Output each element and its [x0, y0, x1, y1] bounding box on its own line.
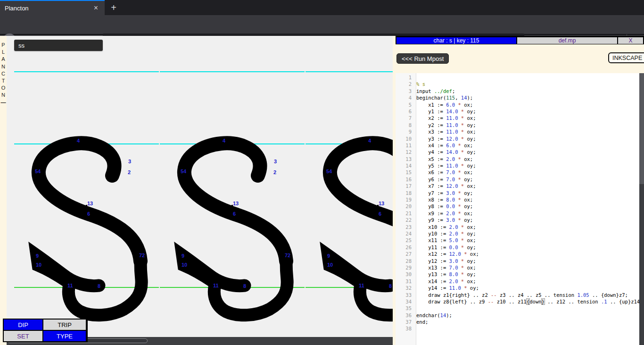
code-line: x1 := 6.0 * ox;: [416, 101, 639, 108]
line-number: 21: [396, 210, 412, 217]
code-line: x3 := 11.0 * ox;: [416, 128, 639, 135]
glyph-preview: [160, 36, 305, 337]
panel-tab-defmp[interactable]: def.mp: [517, 37, 617, 44]
tool-button-set[interactable]: SET: [4, 331, 42, 341]
panel-tab-close[interactable]: X: [618, 37, 643, 44]
new-tab-button[interactable]: +: [106, 0, 122, 15]
panel-tab-char[interactable]: char : s | key : 115: [396, 37, 516, 44]
code-line: x5 := 2.0 * ox;: [416, 156, 639, 162]
line-number: 18: [396, 190, 412, 196]
glyph-query-input[interactable]: ss: [14, 40, 103, 51]
line-number: 22: [396, 217, 412, 223]
tab-close-icon[interactable]: ×: [92, 3, 100, 13]
glyph-cell[interactable]: 4325413691011872: [305, 36, 393, 337]
code-line: endchar(14);: [416, 312, 639, 319]
point-label: 2: [128, 170, 131, 175]
plancton-logo: PLANCTON —: [0, 36, 7, 345]
plancton-letter: A: [0, 56, 7, 63]
point-label: 10: [327, 262, 333, 268]
code-line: y13 := 8.0 * oy;: [416, 271, 639, 278]
point-label: 8: [98, 284, 100, 289]
line-number: 36: [396, 312, 412, 319]
code-line: x14 := 2.0 * ox;: [416, 278, 639, 285]
code-line: x11 := 5.0 * ox;: [416, 237, 639, 244]
plancton-letter: P: [0, 42, 7, 49]
code-line: y1 := 14.0 * oy;: [416, 108, 639, 115]
point-dot: [86, 205, 87, 206]
vscroll-thumb[interactable]: [639, 73, 644, 184]
point-label: 54: [181, 169, 186, 174]
code-line: x2 := 11.0 * ox;: [416, 115, 639, 121]
panel-tab-bar: char : s | key : 115def.mpX: [396, 36, 644, 44]
code-line: y8 := 0.0 * oy;: [416, 203, 639, 210]
code-line: x10 := 2.0 * ox;: [416, 224, 639, 230]
point-label: 6: [379, 211, 381, 217]
glyph-cell[interactable]: 4325413691011872: [160, 36, 305, 337]
line-number: 25: [396, 237, 412, 244]
point-label: 4: [368, 138, 371, 143]
point-label: 11: [67, 283, 73, 288]
point-label: 3: [128, 159, 131, 164]
line-number: 16: [396, 176, 412, 183]
point-label: 11: [359, 283, 364, 288]
line-number: 7: [396, 115, 412, 121]
browser-tab-strip: Plancton × +: [0, 0, 644, 15]
inkscape-button[interactable]: INKSCAPE: [608, 52, 644, 63]
point-label: 4: [77, 138, 80, 143]
line-number: 1: [396, 74, 412, 81]
line-number: 12: [396, 149, 412, 155]
line-number: 5: [396, 101, 412, 108]
line-number: 35: [396, 305, 412, 311]
point-label: 9: [327, 253, 330, 259]
point-label: 10: [36, 262, 41, 268]
glyph-cell[interactable]: 4325413691011872: [14, 36, 159, 337]
browser-tab[interactable]: Plancton ×: [0, 0, 105, 15]
code-line: y12 := 3.0 * oy;: [416, 258, 639, 264]
point-label: 2: [273, 170, 276, 175]
line-number: 32: [396, 285, 412, 291]
plancton-letters: PLANCTON: [0, 42, 7, 99]
line-number: 8: [396, 122, 412, 128]
line-number: 28: [396, 258, 412, 264]
editor-gutter: 1234567891011121314151617181920212223242…: [396, 73, 416, 345]
code-editor[interactable]: 1234567891011121314151617181920212223242…: [396, 73, 639, 345]
code-line: y5 := 11.0 * oy;: [416, 162, 639, 169]
tool-button-trip[interactable]: TRIP: [43, 320, 86, 330]
point-label: 54: [326, 169, 332, 174]
code-line: input ../def;: [416, 88, 639, 94]
line-number: 6: [396, 108, 412, 115]
editor-vertical-scrollbar[interactable]: [639, 73, 644, 345]
code-line: y3 := 12.0 * oy;: [416, 135, 639, 142]
line-number: 11: [396, 142, 412, 149]
tool-button-dip[interactable]: DIP: [4, 320, 42, 330]
glyph-canvas[interactable]: 4325413691011872432541369101187243254136…: [7, 36, 393, 337]
code-line: [416, 325, 639, 332]
mode-buttons: DIPTRIPSETTYPE: [3, 319, 88, 342]
point-label: 9: [36, 253, 39, 259]
point-label: 8: [243, 284, 246, 289]
line-number: 9: [396, 128, 412, 135]
line-number: 31: [396, 278, 412, 285]
point-label: 13: [233, 201, 239, 206]
point-label: 3: [274, 159, 277, 164]
line-number: 15: [396, 169, 412, 176]
point-label: 8: [389, 284, 392, 289]
page-content: PLANCTON — 43254136910118724325413691011…: [0, 36, 644, 345]
glyph-preview: [305, 36, 393, 337]
code-line: y7 := 3.0 * oy;: [416, 190, 639, 196]
line-number: 30: [396, 271, 412, 278]
line-number: 20: [396, 203, 412, 210]
plancton-letter: N: [0, 92, 7, 99]
point-label: 10: [182, 262, 187, 268]
code-line: y2 := 11.0 * oy;: [416, 122, 639, 128]
browser-tab-title: Plancton: [5, 5, 92, 12]
run-mpost-button[interactable]: <<< Run Mpost: [396, 53, 449, 64]
line-number: 2: [396, 81, 412, 87]
code-line: x12 := 12.0 * ox;: [416, 251, 639, 257]
line-number: 17: [396, 183, 412, 189]
code-line: x8 := 8.0 * ox;: [416, 196, 639, 203]
point-dot: [377, 205, 379, 206]
code-line: draw z8{left} .. z9 -- z10 .. z11{down} …: [416, 298, 639, 305]
browser-toolbar: localhost:8080/type/115#editor_mp •••: [0, 15, 644, 35]
tool-button-type[interactable]: TYPE: [43, 331, 86, 341]
